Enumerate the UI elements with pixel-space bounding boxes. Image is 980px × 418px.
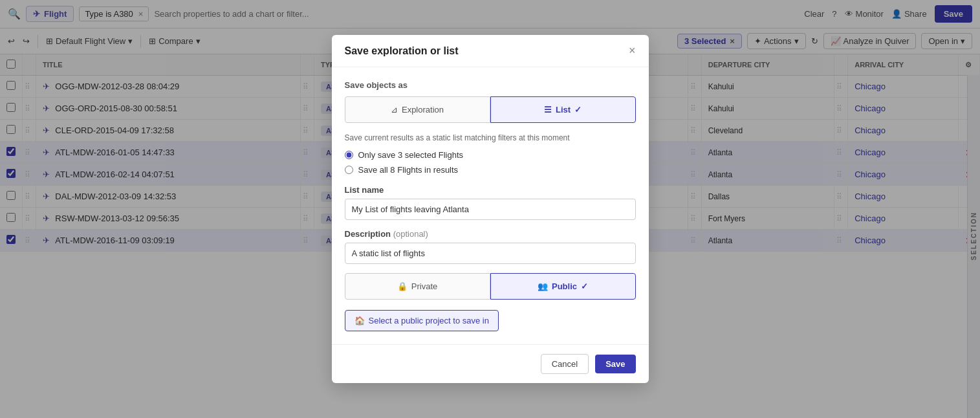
private-label: Private — [411, 281, 437, 291]
radio-all-label: Save all 8 Flights in results — [358, 165, 459, 175]
visibility-toggle: 🔒 Private 👥 Public ✓ — [345, 273, 636, 300]
modal-body: Save objects as ⊿ Exploration ☰ List ✓ S… — [332, 67, 649, 344]
toggle-public[interactable]: 👥 Public ✓ — [490, 273, 636, 300]
toggle-exploration[interactable]: ⊿ Exploration — [345, 96, 490, 123]
static-desc: Save current results as a static list ma… — [345, 133, 636, 142]
list-name-input[interactable] — [345, 199, 636, 220]
public-check-icon: ✓ — [581, 281, 588, 291]
list-name-label: List name — [345, 185, 636, 195]
list-label: List — [556, 105, 571, 115]
description-input[interactable] — [345, 243, 636, 264]
radio-selected-label: Only save 3 selected Flights — [358, 150, 464, 160]
save-type-toggle: ⊿ Exploration ☰ List ✓ — [345, 96, 636, 123]
people-icon: 👥 — [538, 281, 548, 291]
modal-header: Save exploration or list × — [332, 35, 649, 67]
save-modal: Save exploration or list × Save objects … — [332, 35, 649, 383]
radio-selected-input[interactable] — [345, 151, 353, 159]
modal-overlay: Save exploration or list × Save objects … — [0, 0, 980, 418]
exploration-label: Exploration — [402, 105, 444, 115]
project-btn-label: Select a public project to save in — [369, 316, 489, 325]
project-icon: 🏠 — [354, 316, 365, 325]
modal-close-button[interactable]: × — [629, 44, 636, 58]
modal-title: Save exploration or list — [345, 45, 459, 57]
lock-icon: 🔒 — [397, 281, 408, 291]
toggle-list[interactable]: ☰ List ✓ — [490, 96, 636, 123]
exploration-icon: ⊿ — [391, 105, 398, 115]
public-label: Public — [552, 281, 577, 291]
list-check-icon: ✓ — [574, 105, 582, 115]
modal-footer: Cancel Save — [332, 344, 649, 383]
toggle-private[interactable]: 🔒 Private — [345, 273, 490, 300]
select-project-button[interactable]: 🏠 Select a public project to save in — [345, 310, 499, 331]
modal-save-button[interactable]: Save — [595, 355, 635, 373]
radio-group: Only save 3 selected Flights Save all 8 … — [345, 150, 636, 175]
radio-all-input[interactable] — [345, 166, 353, 174]
radio-selected[interactable]: Only save 3 selected Flights — [345, 150, 636, 160]
save-as-label: Save objects as — [345, 80, 636, 90]
radio-all[interactable]: Save all 8 Flights in results — [345, 165, 636, 175]
list-toggle-icon: ☰ — [544, 105, 552, 115]
description-label: Description (optional) — [345, 229, 636, 239]
cancel-button[interactable]: Cancel — [541, 354, 589, 374]
